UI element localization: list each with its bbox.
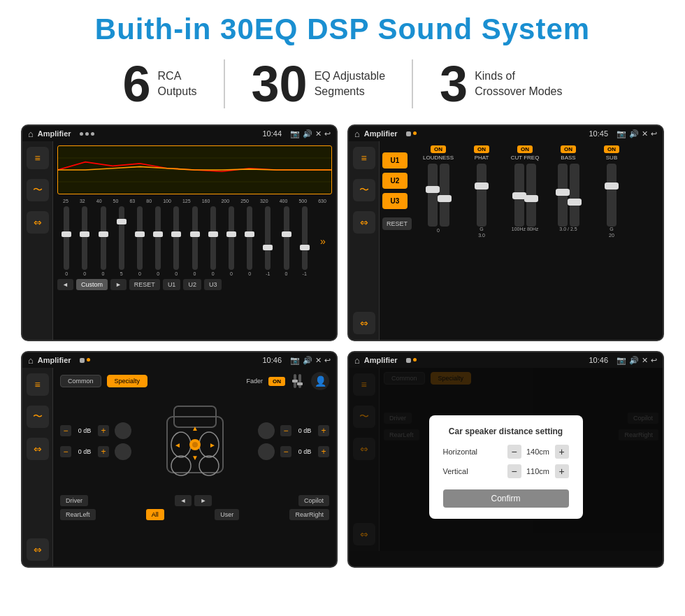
bass-sliders xyxy=(558,164,579,227)
fader-screen-body: ≡ 〜 ⇔ ⇔ Common Specialty Fader ON xyxy=(22,368,336,566)
eq-track-2[interactable] xyxy=(101,206,106,270)
right-top-plus[interactable]: + xyxy=(318,425,329,436)
eq-custom-btn[interactable]: Custom xyxy=(76,279,108,290)
eq-u1-btn[interactable]: U1 xyxy=(163,279,181,290)
u3-btn[interactable]: U3 xyxy=(382,193,408,209)
left-arrow-btn[interactable]: ◄ xyxy=(175,495,192,506)
dialog-horizontal-control: − 140cm + xyxy=(507,445,569,459)
crossover-sidebar-btn2[interactable]: 〜 xyxy=(353,179,375,201)
fader-sidebar-btn2[interactable]: 〜 xyxy=(27,406,49,428)
common-tab[interactable]: Common xyxy=(60,375,101,387)
fader-sidebar-btn1[interactable]: ≡ xyxy=(27,373,49,396)
eq-bottom-bar: ◄ Custom ► RESET U1 U2 U3 xyxy=(57,279,332,290)
rearright-btn[interactable]: RearRight xyxy=(289,509,329,520)
eq-track-8[interactable] xyxy=(210,206,216,270)
left-top-minus[interactable]: − xyxy=(60,425,71,436)
mini-slider-2[interactable] xyxy=(298,374,301,388)
bass-thumb-2[interactable] xyxy=(568,199,582,206)
mini-slider-1[interactable] xyxy=(294,374,296,388)
crossover-sidebar-btn1[interactable]: ≡ xyxy=(353,147,375,169)
eq-sidebar-btn2[interactable]: 〜 xyxy=(27,179,49,201)
eq-thumb-13[interactable] xyxy=(300,245,310,250)
eq-sidebar-btn3[interactable]: ⇔ xyxy=(27,211,49,234)
home-icon: ⌂ xyxy=(28,129,34,139)
eq-track-5[interactable] xyxy=(155,206,161,270)
eq-thumb-10[interactable] xyxy=(245,231,254,237)
cutfreq-slider-2[interactable] xyxy=(526,164,536,227)
left-top-plus[interactable]: + xyxy=(98,425,109,436)
fader-sidebar-btn3[interactable]: ⇔ xyxy=(27,438,49,460)
bass-slider-2[interactable] xyxy=(570,164,579,227)
eq-reset-btn[interactable]: RESET xyxy=(129,279,160,290)
loudness-thumb-2[interactable] xyxy=(438,195,452,202)
eq-thumb-2[interactable] xyxy=(99,231,108,237)
eq-prev-btn[interactable]: ◄ xyxy=(57,279,73,290)
eq-track-7[interactable] xyxy=(192,206,198,270)
eq-track-4[interactable] xyxy=(137,206,143,270)
eq-thumb-11[interactable] xyxy=(263,245,273,250)
eq-u2-btn[interactable]: U2 xyxy=(183,279,201,290)
sub-slider-1[interactable] xyxy=(607,164,616,227)
eq-thumb-12[interactable] xyxy=(282,231,291,237)
all-btn[interactable]: All xyxy=(146,509,164,520)
eq-track-11[interactable] xyxy=(265,206,271,270)
eq-thumb-7[interactable] xyxy=(190,231,200,237)
left-bottom-plus[interactable]: + xyxy=(98,446,109,457)
phat-slider-1[interactable] xyxy=(477,164,486,227)
eq-thumb-3[interactable] xyxy=(117,219,127,224)
loudness-slider-1[interactable] xyxy=(428,164,438,227)
eq-thumb-8[interactable] xyxy=(208,231,218,237)
eq-track-3[interactable] xyxy=(119,206,124,270)
right-bottom-plus[interactable]: + xyxy=(318,446,329,457)
u2-btn[interactable]: U2 xyxy=(382,173,408,189)
eq-track-10[interactable] xyxy=(247,206,252,270)
eq-thumb-1[interactable] xyxy=(80,231,89,237)
feature-rca: 6 RCA Outputs xyxy=(96,59,224,109)
eq-track-1[interactable] xyxy=(82,206,87,270)
loudness-thumb-1[interactable] xyxy=(426,186,440,193)
user-btn[interactable]: User xyxy=(215,509,239,520)
eq-track-9[interactable] xyxy=(229,206,234,270)
eq-thumb-6[interactable] xyxy=(171,231,181,237)
specialty-tab[interactable]: Specialty xyxy=(107,375,148,387)
vertical-plus-btn[interactable]: + xyxy=(555,464,569,478)
close-icon-3: ✕ xyxy=(315,356,322,365)
eq-play-btn[interactable]: ► xyxy=(110,279,127,290)
eq-track-13[interactable] xyxy=(302,206,308,270)
driver-btn[interactable]: Driver xyxy=(60,495,88,506)
right-arrow-btn[interactable]: ► xyxy=(194,495,212,506)
eq-thumb-0[interactable] xyxy=(62,231,71,237)
eq-track-12[interactable] xyxy=(284,206,289,270)
loudness-slider-2[interactable] xyxy=(440,164,449,227)
phat-thumb-1[interactable] xyxy=(475,182,489,189)
reset-btn[interactable]: RESET xyxy=(382,217,412,230)
eq-sidebar-btn1[interactable]: ≡ xyxy=(27,147,49,169)
u1-btn[interactable]: U1 xyxy=(382,152,408,169)
copilot-btn[interactable]: Copilot xyxy=(298,495,329,506)
eq-thumb-9[interactable] xyxy=(226,231,236,237)
fader-sidebar-btn4[interactable]: ⇔ xyxy=(27,538,49,561)
right-top-minus[interactable]: − xyxy=(280,425,291,436)
bass-slider-1[interactable] xyxy=(558,164,568,227)
rearleft-btn[interactable]: RearLeft xyxy=(60,509,96,520)
cutfreq-slider-1[interactable] xyxy=(514,164,524,227)
vertical-minus-btn[interactable]: − xyxy=(507,464,521,478)
eq-thumb-4[interactable] xyxy=(135,231,145,237)
eq-thumb-5[interactable] xyxy=(153,231,163,237)
right-bottom-minus[interactable]: − xyxy=(280,446,291,457)
eq-track-0[interactable] xyxy=(64,206,69,270)
confirm-button[interactable]: Confirm xyxy=(443,489,569,508)
crossover-left-sidebar: ≡ 〜 ⇔ ⇔ xyxy=(349,141,380,340)
horizontal-minus-btn[interactable]: − xyxy=(507,445,521,459)
eq-status-bar: ⌂ Amplifier 10:44 📷 🔊 ✕ ↩ xyxy=(22,126,336,141)
horizontal-plus-btn[interactable]: + xyxy=(555,445,569,459)
left-bottom-minus[interactable]: − xyxy=(60,446,71,457)
bass-thumb-1[interactable] xyxy=(556,189,570,196)
sub-thumb-1[interactable] xyxy=(605,182,619,189)
eq-track-6[interactable] xyxy=(173,206,179,270)
mini-thumb-2[interactable] xyxy=(297,382,303,385)
cutfreq-thumb-2[interactable] xyxy=(524,195,538,202)
crossover-sidebar-btn4[interactable]: ⇔ xyxy=(353,312,375,334)
eq-u3-btn[interactable]: U3 xyxy=(204,279,222,290)
crossover-sidebar-btn3[interactable]: ⇔ xyxy=(353,211,375,234)
